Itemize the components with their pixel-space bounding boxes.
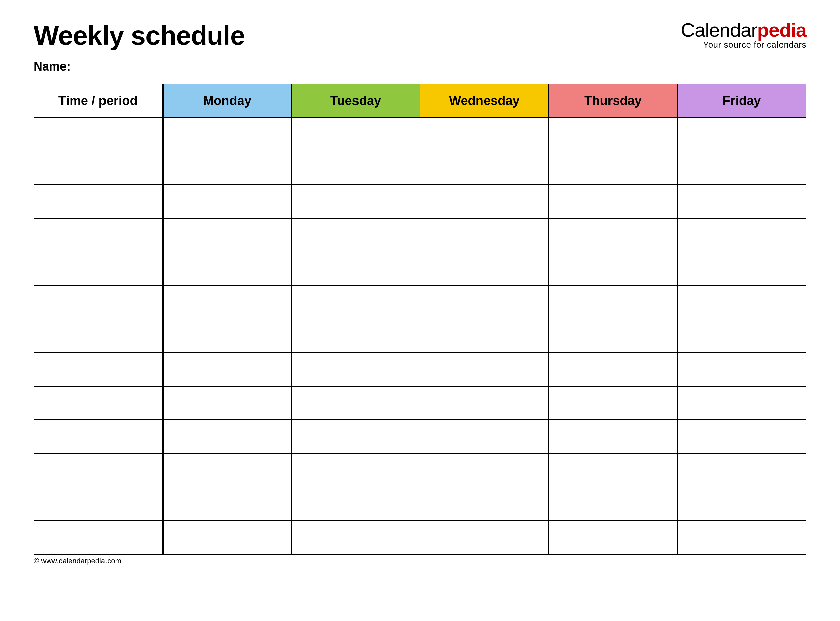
schedule-cell	[549, 218, 677, 252]
schedule-row	[34, 386, 806, 420]
schedule-cell	[549, 521, 677, 554]
schedule-row	[34, 118, 806, 151]
schedule-cell	[291, 285, 420, 319]
schedule-cell	[291, 521, 420, 554]
schedule-cell	[163, 453, 291, 487]
schedule-row	[34, 218, 806, 252]
schedule-cell	[420, 420, 549, 453]
time-cell	[34, 118, 163, 151]
schedule-cell	[163, 285, 291, 319]
schedule-cell	[549, 118, 677, 151]
schedule-cell	[291, 353, 420, 386]
schedule-cell	[163, 353, 291, 386]
column-header-tuesday: Tuesday	[291, 84, 420, 118]
schedule-cell	[291, 487, 420, 521]
schedule-cell	[549, 453, 677, 487]
time-cell	[34, 252, 163, 285]
schedule-cell	[420, 218, 549, 252]
schedule-cell	[420, 319, 549, 353]
header: Weekly schedule Name: Calendarpedia Your…	[33, 20, 807, 74]
logo-wordmark: Calendarpedia	[681, 20, 807, 39]
schedule-cell	[163, 218, 291, 252]
time-cell	[34, 285, 163, 319]
schedule-cell	[677, 118, 806, 151]
schedule-cell	[163, 386, 291, 420]
schedule-cell	[677, 185, 806, 218]
schedule-cell	[163, 420, 291, 453]
schedule-cell	[549, 487, 677, 521]
time-cell	[34, 353, 163, 386]
schedule-row	[34, 319, 806, 353]
schedule-cell	[677, 453, 806, 487]
schedule-cell	[677, 487, 806, 521]
schedule-cell	[291, 453, 420, 487]
schedule-cell	[677, 386, 806, 420]
schedule-cell	[549, 420, 677, 453]
schedule-cell	[677, 521, 806, 554]
schedule-row	[34, 521, 806, 554]
schedule-cell	[291, 319, 420, 353]
schedule-cell	[163, 151, 291, 185]
schedule-cell	[677, 252, 806, 285]
schedule-row	[34, 151, 806, 185]
schedule-cell	[291, 218, 420, 252]
time-cell	[34, 218, 163, 252]
schedule-cell	[420, 487, 549, 521]
time-cell	[34, 319, 163, 353]
page-title: Weekly schedule	[33, 20, 245, 51]
schedule-cell	[163, 487, 291, 521]
footer-copyright: © www.calendarpedia.com	[33, 556, 807, 565]
name-label: Name:	[33, 59, 245, 74]
schedule-row	[34, 185, 806, 218]
time-cell	[34, 185, 163, 218]
schedule-row	[34, 252, 806, 285]
schedule-cell	[420, 185, 549, 218]
schedule-cell	[549, 252, 677, 285]
schedule-cell	[420, 521, 549, 554]
schedule-row	[34, 353, 806, 386]
schedule-cell	[549, 151, 677, 185]
schedule-cell	[549, 353, 677, 386]
schedule-cell	[420, 353, 549, 386]
schedule-cell	[163, 185, 291, 218]
time-cell	[34, 386, 163, 420]
schedule-cell	[677, 285, 806, 319]
schedule-row	[34, 285, 806, 319]
time-cell	[34, 521, 163, 554]
column-header-thursday: Thursday	[549, 84, 677, 118]
column-header-monday: Monday	[163, 84, 291, 118]
schedule-header-row: Time / periodMondayTuesdayWednesdayThurs…	[34, 84, 806, 118]
schedule-cell	[677, 420, 806, 453]
schedule-cell	[420, 453, 549, 487]
schedule-cell	[291, 252, 420, 285]
schedule-cell	[163, 521, 291, 554]
logo-tagline: Your source for calendars	[681, 40, 807, 49]
column-header-friday: Friday	[677, 84, 806, 118]
schedule-row	[34, 487, 806, 521]
time-cell	[34, 487, 163, 521]
schedule-cell	[549, 285, 677, 319]
schedule-cell	[163, 252, 291, 285]
schedule-cell	[677, 319, 806, 353]
schedule-cell	[291, 151, 420, 185]
schedule-cell	[420, 252, 549, 285]
schedule-cell	[291, 118, 420, 151]
schedule-cell	[677, 353, 806, 386]
schedule-row	[34, 453, 806, 487]
schedule-cell	[549, 185, 677, 218]
schedule-cell	[549, 386, 677, 420]
schedule-cell	[420, 386, 549, 420]
schedule-cell	[291, 420, 420, 453]
time-cell	[34, 420, 163, 453]
schedule-table-body	[34, 118, 806, 554]
schedule-cell	[420, 285, 549, 319]
logo-part2: pedia	[757, 19, 807, 41]
schedule-cell	[420, 118, 549, 151]
schedule-cell	[677, 151, 806, 185]
schedule-cell	[677, 218, 806, 252]
logo: Calendarpedia Your source for calendars	[681, 20, 807, 49]
schedule-cell	[420, 151, 549, 185]
schedule-table-head: Time / periodMondayTuesdayWednesdayThurs…	[34, 84, 806, 118]
schedule-row	[34, 420, 806, 453]
time-cell	[34, 151, 163, 185]
